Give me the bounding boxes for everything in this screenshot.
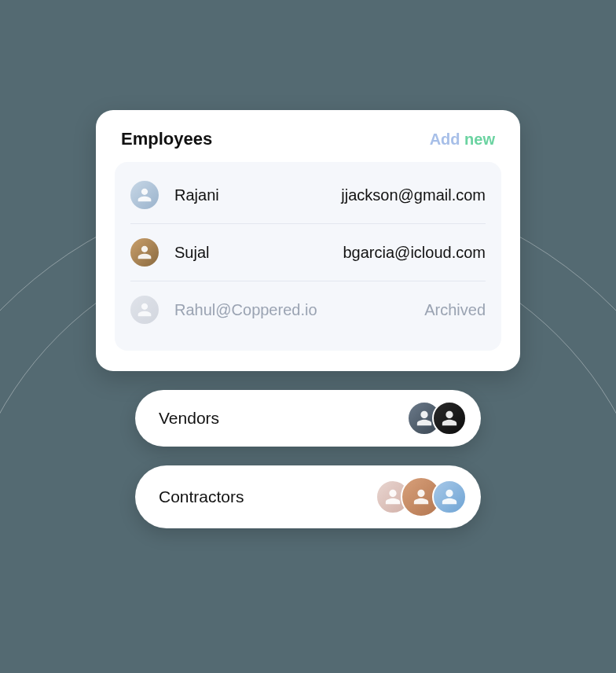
archived-label: Archived — [424, 301, 486, 319]
avatar — [432, 480, 467, 514]
avatar — [130, 238, 159, 267]
employees-card: Employees Add new Rajani jjackson@gmail.… — [96, 110, 520, 371]
person-icon — [137, 302, 152, 318]
employees-title: Employees — [121, 129, 212, 149]
employee-name: Rahul@Coppered.io — [174, 301, 317, 319]
avatar — [130, 296, 159, 324]
employee-email: jjackson@gmail.com — [341, 186, 486, 204]
avatar — [130, 181, 159, 209]
person-icon — [137, 245, 152, 260]
person-icon — [412, 488, 430, 506]
employee-name: Sujal — [174, 244, 209, 262]
employee-email: bgarcia@icloud.com — [343, 244, 486, 262]
contractors-avatars — [376, 476, 467, 517]
contractors-title: Contractors — [159, 487, 376, 506]
add-new-button[interactable]: Add new — [430, 131, 495, 149]
employee-name: Rajani — [174, 186, 219, 204]
contractors-pill[interactable]: Contractors — [135, 465, 481, 528]
vendors-avatars — [407, 401, 467, 436]
employees-list: Rajani jjackson@gmail.com Sujal bgarcia@… — [115, 162, 501, 351]
person-icon — [137, 187, 152, 203]
person-icon — [384, 488, 402, 506]
vendors-title: Vendors — [159, 409, 407, 428]
employee-row[interactable]: Sujal bgarcia@icloud.com — [130, 223, 486, 281]
person-icon — [441, 410, 458, 427]
employee-row[interactable]: Rajani jjackson@gmail.com — [130, 167, 486, 223]
person-icon — [416, 410, 433, 427]
employee-row-archived[interactable]: Rahul@Coppered.io Archived — [130, 281, 486, 338]
add-new-text-2: new — [460, 131, 495, 148]
person-icon — [441, 488, 458, 506]
add-new-text-1: Add — [430, 131, 460, 148]
vendors-pill[interactable]: Vendors — [135, 390, 481, 447]
avatar — [432, 401, 467, 436]
employees-card-header: Employees Add new — [115, 129, 501, 162]
